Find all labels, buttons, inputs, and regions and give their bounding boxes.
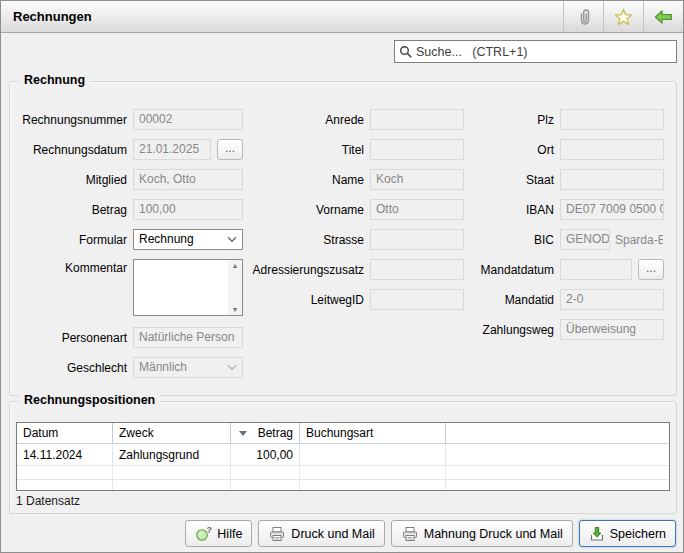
mandatdatum-control: ... bbox=[560, 259, 664, 280]
attachment-button[interactable] bbox=[563, 1, 603, 32]
anrede-control bbox=[370, 109, 464, 130]
table-cell: 14.11.2024 bbox=[17, 444, 113, 465]
kommentar-textarea[interactable]: ▲▼ bbox=[133, 259, 243, 316]
table-cell: 100,00 bbox=[231, 444, 300, 465]
positions-table[interactable]: DatumZweckBetragBuchungsart14.11.2024Zah… bbox=[16, 422, 670, 491]
star-icon bbox=[614, 8, 633, 26]
form-column-middle: AnredeTitelNameKochVornameOttoStrasseAdr… bbox=[242, 109, 464, 319]
plz-label: Plz bbox=[462, 113, 554, 127]
footer-buttons: ?HilfeDruck und MailMahnung Druck und Ma… bbox=[185, 520, 676, 547]
col-header-zweck[interactable]: Zweck bbox=[113, 423, 231, 443]
personenart-label: Personenart bbox=[10, 331, 127, 345]
vorname-label: Vorname bbox=[242, 203, 364, 217]
field-row-name: NameKoch bbox=[242, 169, 464, 190]
kommentar-label: Kommentar bbox=[10, 259, 127, 278]
search-box[interactable] bbox=[394, 40, 677, 63]
table-cell bbox=[231, 480, 300, 490]
name-label: Name bbox=[242, 173, 364, 187]
record-count: 1 Datensatz bbox=[16, 494, 80, 508]
mahnung-druck-und-mail-button[interactable]: Mahnung Druck und Mail bbox=[391, 520, 573, 547]
rechnungspositionen-groupbox-title: Rechnungspositionen bbox=[19, 393, 160, 407]
col-header-datum[interactable]: Datum bbox=[17, 423, 113, 443]
field-row-titel: Titel bbox=[242, 139, 464, 160]
rechnungsdatum-label: Rechnungsdatum bbox=[10, 143, 127, 157]
hilfe-button[interactable]: ?Hilfe bbox=[185, 520, 252, 547]
back-button[interactable] bbox=[643, 1, 683, 32]
form-column-left: Rechnungsnummer00002Rechnungsdatum21.01.… bbox=[10, 109, 243, 387]
scroll-up-icon[interactable]: ▲ bbox=[232, 262, 239, 269]
mandatdatum-field bbox=[560, 259, 632, 280]
ort-label: Ort bbox=[462, 143, 554, 157]
field-row-bic: BICGENODESparda-Ba bbox=[462, 229, 664, 250]
geschlecht-control: Männlich bbox=[133, 357, 243, 378]
chevron-down-icon bbox=[227, 364, 237, 371]
iban-field: DE07 7009 0500 000 bbox=[560, 199, 664, 220]
personenart-control: Natürliche Person bbox=[133, 327, 243, 348]
table-row[interactable]: 14.11.2024Zahlungsgrund100,00 bbox=[17, 444, 669, 466]
table-cell bbox=[231, 466, 300, 479]
mandatid-field: 2-0 bbox=[560, 289, 664, 310]
svg-text:?: ? bbox=[207, 526, 213, 535]
mitglied-control: Koch, Otto bbox=[133, 169, 243, 190]
geschlecht-select: Männlich bbox=[133, 357, 243, 378]
mitglied-label: Mitglied bbox=[10, 173, 127, 187]
table-cell bbox=[113, 466, 231, 479]
plz-field bbox=[560, 109, 664, 130]
search-input[interactable] bbox=[413, 45, 672, 59]
bic-control: GENODESparda-Ba bbox=[560, 229, 664, 250]
ort-control bbox=[560, 139, 664, 160]
speichern-button[interactable]: Speichern bbox=[579, 520, 676, 547]
rechnungsnummer-control: 00002 bbox=[133, 109, 243, 130]
table-row[interactable] bbox=[17, 480, 669, 491]
table-cell bbox=[300, 444, 446, 465]
favorite-button[interactable] bbox=[603, 1, 643, 32]
leitwegid-field bbox=[370, 289, 464, 310]
col-header-empty[interactable] bbox=[446, 423, 669, 443]
field-row-rechnungsdatum: Rechnungsdatum21.01.2025... bbox=[10, 139, 243, 160]
rechnung-groupbox: Rechnung Rechnungsnummer00002Rechnungsda… bbox=[9, 81, 677, 396]
col-header-buchungsart[interactable]: Buchungsart bbox=[300, 423, 446, 443]
rechnungsnummer-label: Rechnungsnummer bbox=[10, 113, 127, 127]
adressierungszusatz-field bbox=[370, 259, 464, 280]
table-row[interactable] bbox=[17, 466, 669, 480]
field-row-mandatdatum: Mandatdatum... bbox=[462, 259, 664, 280]
titlebar-icons bbox=[563, 1, 683, 32]
kommentar-scrollbar[interactable]: ▲▼ bbox=[228, 260, 242, 315]
formular-selected-value: Rechnung bbox=[139, 230, 194, 249]
col-header-betrag[interactable]: Betrag bbox=[231, 423, 300, 443]
table-cell bbox=[446, 480, 669, 490]
zahlungsweg-control: Überweisung bbox=[560, 319, 664, 340]
staat-label: Staat bbox=[462, 173, 554, 187]
field-row-vorname: VornameOtto bbox=[242, 199, 464, 220]
strasse-field bbox=[370, 229, 464, 250]
personenart-field: Natürliche Person bbox=[133, 327, 243, 348]
betrag-field: 100,00 bbox=[133, 199, 243, 220]
button-label: Speichern bbox=[610, 527, 666, 541]
mandatid-label: Mandatid bbox=[462, 293, 554, 307]
zahlungsweg-label: Zahlungsweg bbox=[462, 323, 554, 337]
name-field: Koch bbox=[370, 169, 464, 190]
vorname-control: Otto bbox=[370, 199, 464, 220]
bic-suffix-text: Sparda-Ba bbox=[615, 233, 663, 247]
printer-icon bbox=[401, 526, 419, 542]
col-header-label: Datum bbox=[23, 426, 58, 440]
field-row-mandatid: Mandatid2-0 bbox=[462, 289, 664, 310]
col-header-label: Zweck bbox=[119, 426, 154, 440]
mandatdatum-picker-button[interactable]: ... bbox=[638, 259, 664, 280]
formular-select[interactable]: Rechnung bbox=[133, 229, 243, 250]
rechnungsdatum-picker-button[interactable]: ... bbox=[217, 139, 243, 160]
adressierungszusatz-label: Adressierungszusatz bbox=[242, 263, 364, 277]
mitglied-field: Koch, Otto bbox=[133, 169, 243, 190]
button-label: Hilfe bbox=[217, 527, 242, 541]
table-cell bbox=[446, 444, 669, 465]
scroll-down-icon[interactable]: ▼ bbox=[232, 306, 239, 313]
druck-und-mail-button[interactable]: Druck und Mail bbox=[258, 520, 384, 547]
field-row-strasse: Strasse bbox=[242, 229, 464, 250]
leitwegid-control bbox=[370, 289, 464, 310]
table-cell bbox=[300, 466, 446, 479]
staat-field bbox=[560, 169, 664, 190]
geschlecht-label: Geschlecht bbox=[10, 361, 127, 375]
sort-desc-icon bbox=[239, 431, 247, 436]
iban-control: DE07 7009 0500 000 bbox=[560, 199, 664, 220]
anrede-field bbox=[370, 109, 464, 130]
